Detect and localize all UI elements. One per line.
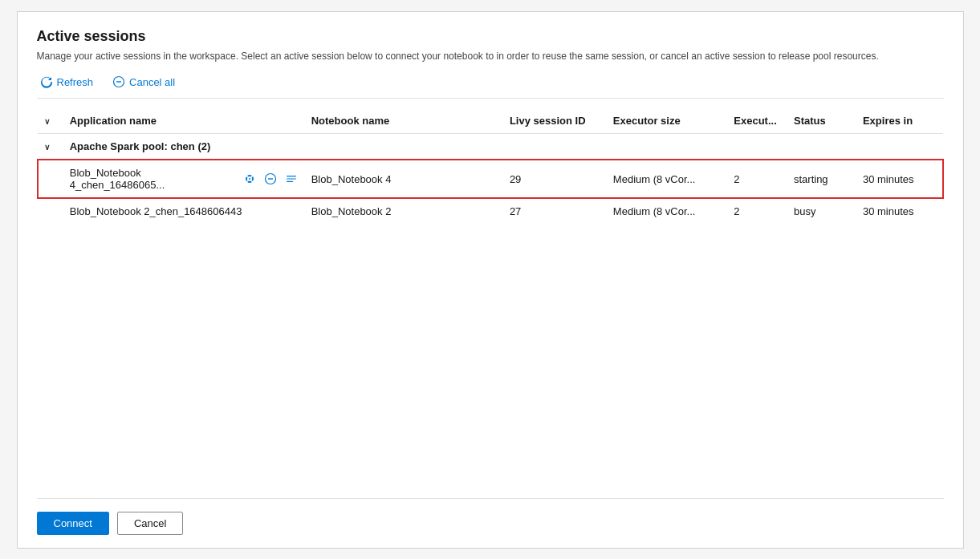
footer-cancel-button[interactable]: Cancel [117, 512, 183, 535]
col-header-exec-count: Execut... [727, 108, 787, 134]
group-label-cell: Apache Spark pool: chen (2) [63, 134, 943, 160]
group-chevron-icon[interactable]: ∨ [44, 143, 50, 152]
row2-livy-cell: 27 [503, 198, 607, 224]
row2-executor-size-cell: Medium (8 vCor... [607, 198, 727, 224]
cancel-all-label: Cancel all [129, 76, 175, 88]
table-header-row: ∨ Application name Notebook name Livy se… [38, 108, 943, 134]
refresh-label: Refresh [57, 76, 94, 88]
row1-appname-text: Blob_Notebook 4_chen_16486065... [70, 167, 238, 191]
col-header-executor-size: Executor size [607, 108, 727, 134]
row1-executor-size-cell: Medium (8 vCor... [607, 160, 727, 198]
svg-rect-4 [287, 176, 296, 176]
svg-rect-5 [287, 179, 296, 180]
row1-status-cell: starting [787, 160, 856, 198]
row2-exec-count-cell: 2 [727, 198, 787, 224]
table-row[interactable]: Blob_Notebook 2_chen_1648606443 Blob_Not… [38, 198, 943, 224]
row1-exec-count-cell: 2 [727, 160, 787, 198]
cancel-all-button[interactable]: Cancel all [109, 74, 178, 90]
row1-cancel-icon[interactable] [263, 172, 278, 186]
toolbar: Refresh Cancel all [37, 74, 944, 99]
dialog-footer: Connect Cancel [37, 498, 944, 535]
table-row[interactable]: Blob_Notebook 4_chen_16486065... [38, 160, 943, 198]
connect-button[interactable]: Connect [37, 512, 109, 535]
col-header-expires: Expires in [856, 108, 943, 134]
dialog-subtitle: Manage your active sessions in the works… [37, 50, 944, 63]
group-chevron-cell: ∨ [38, 134, 63, 160]
refresh-button[interactable]: Refresh [37, 74, 97, 90]
col-header-chevron: ∨ [38, 108, 63, 134]
row1-appname-cell: Blob_Notebook 4_chen_16486065... [63, 160, 305, 198]
row1-connect-icon[interactable] [242, 172, 257, 186]
col-header-livy: Livy session ID [503, 108, 607, 134]
row1-expires-cell: 30 minutes [856, 160, 943, 198]
row1-action-icons [242, 172, 299, 186]
row2-notebook-cell: Blob_Notebook 2 [305, 198, 503, 224]
row2-chevron-cell [38, 198, 63, 224]
row2-appname-cell: Blob_Notebook 2_chen_1648606443 [63, 198, 305, 224]
svg-rect-6 [287, 181, 293, 182]
row1-notebook-cell: Blob_Notebook 4 [305, 160, 503, 198]
row1-details-icon[interactable] [284, 172, 299, 186]
active-sessions-dialog: Active sessions Manage your active sessi… [17, 11, 964, 549]
row1-appname-wrapper: Blob_Notebook 4_chen_16486065... [70, 167, 299, 191]
sessions-table-container: ∨ Application name Notebook name Livy se… [37, 108, 944, 497]
dialog-title: Active sessions [37, 28, 944, 45]
col-header-appname: Application name [63, 108, 305, 134]
refresh-icon [40, 75, 53, 88]
sessions-table: ∨ Application name Notebook name Livy se… [37, 108, 944, 224]
row1-chevron-cell [38, 160, 63, 198]
row1-livy-cell: 29 [503, 160, 607, 198]
cancel-all-icon [112, 75, 125, 88]
col-header-notebook: Notebook name [305, 108, 503, 134]
group-header-row: ∨ Apache Spark pool: chen (2) [38, 134, 943, 160]
row2-status-cell: busy [787, 198, 856, 224]
row2-expires-cell: 30 minutes [856, 198, 943, 224]
header-chevron-icon[interactable]: ∨ [44, 117, 50, 126]
col-header-status: Status [787, 108, 856, 134]
